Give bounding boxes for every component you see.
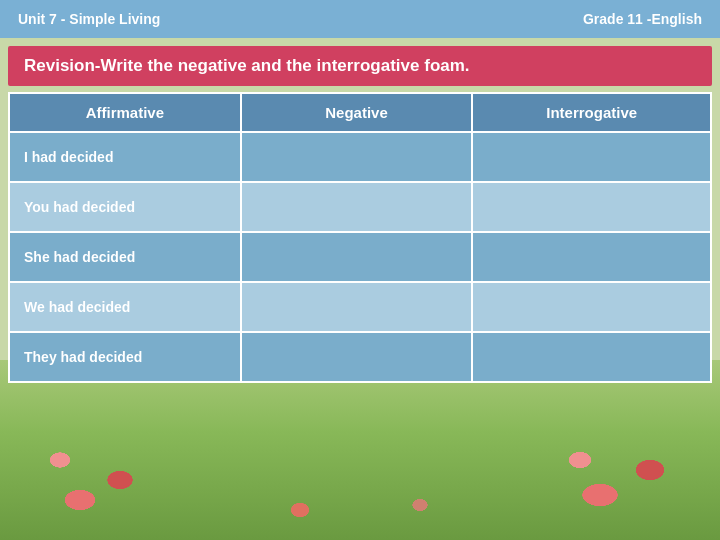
table-row: I had decided [9, 132, 711, 182]
affirmative-cell-4: They had decided [9, 332, 241, 382]
revision-title: Revision-Write the negative and the inte… [8, 46, 712, 86]
affirmative-cell-2: She had decided [9, 232, 241, 282]
table-row: She had decided [9, 232, 711, 282]
table-row: You had decided [9, 182, 711, 232]
table-row: We had decided [9, 282, 711, 332]
main-content: Unit 7 - Simple Living Grade 11 -English… [0, 0, 720, 383]
header-grade-label: Grade 11 -English [583, 11, 702, 27]
negative-cell-4 [241, 332, 473, 382]
interrogative-cell-1 [472, 182, 711, 232]
negative-cell-1 [241, 182, 473, 232]
col-header-affirmative: Affirmative [9, 93, 241, 132]
col-header-negative: Negative [241, 93, 473, 132]
table-container: Affirmative Negative Interrogative I had… [8, 92, 712, 383]
interrogative-cell-3 [472, 282, 711, 332]
affirmative-cell-1: You had decided [9, 182, 241, 232]
table-header-row: Affirmative Negative Interrogative [9, 93, 711, 132]
header-bar: Unit 7 - Simple Living Grade 11 -English [0, 0, 720, 38]
interrogative-cell-0 [472, 132, 711, 182]
affirmative-cell-0: I had decided [9, 132, 241, 182]
negative-cell-2 [241, 232, 473, 282]
header-unit-label: Unit 7 - Simple Living [18, 11, 160, 27]
table-row: They had decided [9, 332, 711, 382]
interrogative-cell-2 [472, 232, 711, 282]
interrogative-cell-4 [472, 332, 711, 382]
negative-cell-0 [241, 132, 473, 182]
affirmative-cell-3: We had decided [9, 282, 241, 332]
negative-cell-3 [241, 282, 473, 332]
grammar-table: Affirmative Negative Interrogative I had… [8, 92, 712, 383]
col-header-interrogative: Interrogative [472, 93, 711, 132]
